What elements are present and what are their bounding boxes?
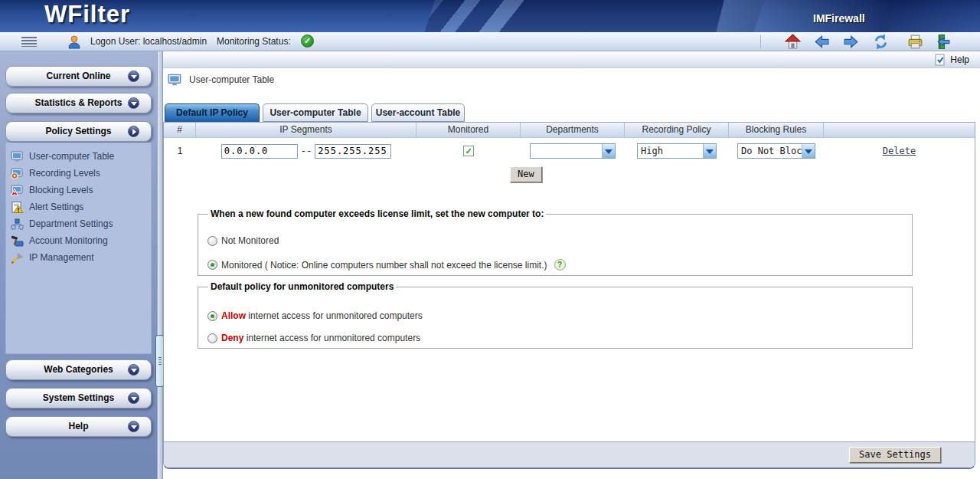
- delete-link[interactable]: Delete: [883, 146, 916, 156]
- column-header: [824, 123, 975, 138]
- allow-emphasis: Allow: [221, 310, 246, 321]
- tab-panel: # IP Segments Monitored Departments Reco…: [163, 122, 975, 469]
- recording-levels-icon: [11, 168, 24, 179]
- license-limit-legend: When a new found computer exceeds licens…: [208, 208, 546, 219]
- section-label: Current Online: [46, 71, 110, 81]
- default-policy-legend: Default policy for unmonitored computers: [208, 281, 396, 292]
- column-header: Monitored: [416, 123, 521, 138]
- new-button[interactable]: New: [510, 166, 542, 182]
- computer-icon: [168, 74, 182, 87]
- column-header: #: [164, 123, 196, 138]
- tab-user-account-table[interactable]: User-account Table: [371, 103, 465, 122]
- sidebar-item-ip-management[interactable]: IP Management: [11, 250, 94, 265]
- printer-icon[interactable]: [907, 34, 923, 50]
- chevron-down-icon: [703, 144, 716, 158]
- tab-default-ip-policy[interactable]: Default IP Policy: [165, 103, 260, 122]
- sidebar-section-web-categories[interactable]: Web Categories: [5, 359, 152, 380]
- option-label: Not Monitored: [221, 235, 279, 246]
- department-settings-icon: [11, 218, 24, 230]
- sidebar-section-statistics-reports[interactable]: Statistics & Reports: [5, 93, 152, 113]
- alert-settings-icon: [11, 202, 24, 213]
- help-link[interactable]: Help: [934, 54, 969, 66]
- toolbar: Logon User: localhost/admin Monitoring S…: [0, 32, 980, 51]
- option-deny: Deny internet access for unmonitored com…: [207, 333, 903, 343]
- item-label: IP Management: [29, 252, 94, 263]
- breadcrumb: User-computer Table: [168, 71, 274, 88]
- sidebar: Current Online Statistics & Reports Poli…: [0, 51, 157, 479]
- menu-lines-icon[interactable]: [21, 37, 37, 47]
- sidebar-section-help[interactable]: Help: [5, 416, 152, 437]
- chevron-down-icon: [128, 364, 139, 376]
- row-number: 1: [164, 146, 196, 156]
- header-artwork: [420, 0, 767, 32]
- sidebar-item-recording-levels[interactable]: Recording Levels: [11, 166, 100, 181]
- section-label: Policy Settings: [45, 126, 111, 136]
- logout-icon[interactable]: [936, 34, 952, 50]
- help-question-icon[interactable]: ?: [554, 259, 566, 271]
- option-not-monitored: Not Monitored: [207, 235, 903, 246]
- default-policy-fieldset: Default policy for unmonitored computers…: [198, 281, 913, 349]
- section-label: System Settings: [43, 392, 114, 403]
- item-label: Department Settings: [29, 218, 113, 229]
- departments-select[interactable]: [530, 143, 616, 159]
- app-logo: WFilter: [44, 1, 130, 28]
- save-settings-button[interactable]: Save Settings: [849, 447, 941, 463]
- main-content: Help User-computer Table Default IP Poli…: [163, 51, 980, 479]
- deny-emphasis: Deny: [221, 333, 243, 343]
- table-header-row: # IP Segments Monitored Departments Reco…: [164, 123, 975, 138]
- item-label: Recording Levels: [29, 168, 100, 179]
- select-value: [531, 144, 602, 158]
- option-monitored: Monitored ( Notice: Online computers num…: [207, 259, 903, 271]
- panel-footer: Save Settings: [164, 441, 975, 468]
- chevron-down-icon: [128, 392, 139, 404]
- column-header: Departments: [521, 123, 625, 138]
- sidebar-splitter[interactable]: [157, 51, 163, 479]
- select-value: High: [638, 144, 703, 158]
- item-label: Account Monitoring: [29, 235, 108, 246]
- product-name: IMFirewall: [813, 12, 865, 25]
- sidebar-item-user-computer-table[interactable]: User-computer Table: [11, 149, 114, 164]
- sidebar-item-alert-settings[interactable]: Alert Settings: [11, 199, 83, 215]
- table-row: 1 -- ✓ High: [164, 139, 975, 163]
- not-monitored-radio[interactable]: [207, 236, 217, 246]
- chevron-right-icon: [128, 126, 139, 137]
- license-limit-fieldset: When a new found computer exceeds licens…: [198, 208, 913, 276]
- monitored-radio[interactable]: [207, 260, 217, 270]
- allow-radio[interactable]: [207, 311, 217, 321]
- account-monitoring-icon: [11, 235, 24, 247]
- home-icon[interactable]: [785, 34, 801, 50]
- option-label: Deny internet access for unmonitored com…: [221, 333, 420, 343]
- toolbar-divider: [760, 35, 761, 48]
- monitored-checkbox[interactable]: ✓: [463, 146, 474, 156]
- section-label: Help: [68, 421, 88, 431]
- chevron-down-icon: [802, 144, 815, 158]
- option-allow: Allow internet access for unmonitored co…: [207, 310, 903, 321]
- monitoring-status-label: Monitoring Status:: [217, 36, 291, 47]
- sidebar-item-blocking-levels[interactable]: Blocking Levels: [11, 182, 93, 198]
- ip-management-icon: [11, 252, 24, 264]
- sidebar-section-system-settings[interactable]: System Settings: [5, 388, 152, 408]
- item-label: Alert Settings: [29, 202, 83, 212]
- recording-policy-select[interactable]: High: [637, 143, 717, 159]
- chevron-down-icon: [128, 71, 139, 82]
- help-doc-icon: [934, 54, 946, 66]
- ip-end-input[interactable]: [315, 144, 391, 159]
- ip-range-separator: --: [301, 146, 312, 156]
- tab-user-computer-table[interactable]: User-computer Table: [263, 103, 368, 122]
- sidebar-section-current-online[interactable]: Current Online: [5, 66, 152, 87]
- back-arrow-icon[interactable]: [814, 34, 830, 50]
- ip-start-input[interactable]: [221, 144, 298, 159]
- sidebar-item-department-settings[interactable]: Department Settings: [11, 216, 113, 231]
- logon-user-label: Logon User: localhost/admin: [90, 36, 207, 47]
- sidebar-item-account-monitoring[interactable]: Account Monitoring: [11, 233, 108, 248]
- section-label: Statistics & Reports: [34, 97, 122, 108]
- item-label: Blocking Levels: [29, 185, 93, 195]
- deny-radio[interactable]: [207, 333, 217, 343]
- blocking-rules-select[interactable]: Do Not Block: [737, 143, 815, 159]
- refresh-icon[interactable]: [873, 34, 889, 50]
- forward-arrow-icon[interactable]: [843, 34, 859, 50]
- option-label: Monitored ( Notice: Online computers num…: [221, 260, 547, 271]
- item-label: User-computer Table: [29, 151, 114, 162]
- sidebar-section-policy-settings[interactable]: Policy Settings: [5, 121, 152, 142]
- chevron-down-icon: [128, 421, 139, 432]
